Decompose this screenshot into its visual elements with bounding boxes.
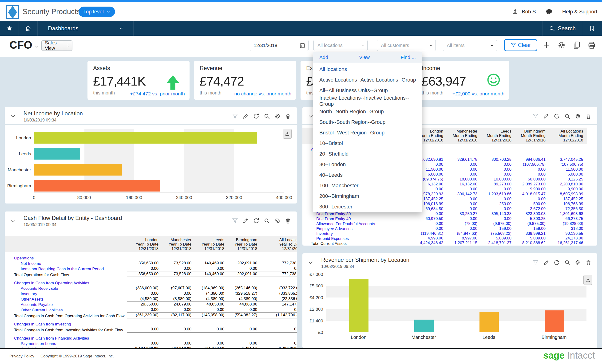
- zoom-icon[interactable]: [564, 113, 570, 119]
- filter-icon[interactable]: [532, 113, 539, 119]
- gear-icon[interactable]: [274, 218, 280, 224]
- clear-filters-button[interactable]: Clear: [504, 39, 537, 51]
- filter-icon[interactable]: [232, 218, 238, 224]
- value-cell[interactable]: 5,089.00: [513, 236, 547, 241]
- dropdown-view-link[interactable]: View: [359, 54, 370, 60]
- value-cell[interactable]: 66,273.75: [547, 216, 585, 221]
- value-cell[interactable]: 8,125.25: [547, 177, 585, 182]
- value-cell[interactable]: 339,999.21: [513, 231, 547, 236]
- row-label[interactable]: Due From Entity 40: [302, 216, 411, 221]
- dropdown-item[interactable]: 10--Bristol: [313, 138, 422, 148]
- dropdown-item[interactable]: All--All Business Units--Group: [313, 85, 422, 96]
- value-cell[interactable]: 0.00: [411, 226, 445, 231]
- row-label[interactable]: Employee Advances: [302, 226, 411, 231]
- row-label[interactable]: Accounts Receivable: [5, 286, 127, 291]
- dropdown-add-link[interactable]: Add: [319, 54, 328, 60]
- value-cell[interactable]: 89,273.00: [479, 182, 513, 187]
- value-cell[interactable]: 8,605,998.99: [547, 191, 585, 197]
- value-cell[interactable]: 0.00: [445, 187, 479, 192]
- value-cell[interactable]: 0.00: [445, 226, 479, 231]
- kpi-card-income[interactable]: Income £63,947 this month +£2,000 vs. pr…: [407, 61, 509, 100]
- bar-london[interactable]: [349, 279, 368, 332]
- gear-icon[interactable]: [575, 260, 581, 266]
- dropdown-item[interactable]: 20--Sheffield: [313, 148, 422, 159]
- trash-icon[interactable]: [285, 218, 291, 224]
- value-cell[interactable]: 4,424,346.42: [411, 240, 445, 246]
- dropdown-item[interactable]: South--South Region--Group: [313, 117, 422, 127]
- value-cell[interactable]: (78.00): [445, 221, 479, 226]
- value-cell[interactable]: 159.00: [479, 226, 513, 231]
- value-cell[interactable]: 24,173.00: [547, 236, 585, 241]
- value-cell[interactable]: 4,998.00: [411, 236, 445, 241]
- chevron-down-icon[interactable]: [35, 45, 39, 49]
- value-cell[interactable]: 250.00: [479, 201, 513, 207]
- value-cell[interactable]: 72,356.50: [547, 206, 585, 211]
- kpi-card-revenue[interactable]: Revenue £74,472 this month no change vs.…: [194, 61, 296, 100]
- dropdown-item[interactable]: 100--Manchester: [313, 180, 422, 191]
- user-name[interactable]: Bob S: [522, 9, 536, 15]
- value-cell[interactable]: 6,000.00: [547, 172, 585, 177]
- search-button[interactable]: Search: [542, 21, 582, 36]
- row-label[interactable]: Net Income: [5, 261, 127, 266]
- value-cell[interactable]: 2,418,791.27: [479, 240, 513, 246]
- value-cell[interactable]: 1,301,693.68: [547, 211, 585, 217]
- bar-manchester[interactable]: [34, 164, 122, 176]
- value-cell[interactable]: 8,997.00: [445, 236, 479, 241]
- row-label[interactable]: Other Assets: [5, 297, 127, 302]
- value-cell[interactable]: 0.00: [479, 187, 513, 192]
- chart-download-button[interactable]: [283, 129, 292, 139]
- value-cell[interactable]: 0.00: [445, 197, 479, 202]
- value-cell[interactable]: 8,210,868.62: [513, 240, 547, 246]
- entity-selector-button[interactable]: Top level: [78, 7, 115, 17]
- refresh-icon[interactable]: [253, 113, 259, 119]
- value-cell[interactable]: 50,000.00: [513, 177, 547, 182]
- value-cell[interactable]: (19,828.00): [547, 221, 585, 226]
- collapse-chevron-icon[interactable]: [10, 113, 16, 119]
- bar-manchester[interactable]: [414, 320, 434, 332]
- duplicate-icon[interactable]: [572, 41, 581, 49]
- dropdown-item[interactable]: All locations: [313, 64, 422, 74]
- row-label[interactable]: Other Current Liabilities: [5, 307, 127, 312]
- value-cell[interactable]: 9,900.00: [513, 187, 547, 192]
- value-cell[interactable]: 329,614.78: [445, 157, 479, 162]
- value-cell[interactable]: 500.00: [513, 201, 547, 207]
- value-cell[interactable]: 0.00: [445, 206, 479, 211]
- value-cell[interactable]: 0.00: [445, 167, 479, 172]
- row-label[interactable]: Accounts Payable: [5, 302, 127, 307]
- value-cell[interactable]: 60,970.50: [411, 216, 445, 221]
- value-cell[interactable]: 800,703.25: [479, 157, 513, 162]
- section-label[interactable]: Changes in Cash from Investing: [5, 322, 127, 327]
- dropdown-item[interactable]: Inactive Locations--Inactive Locations--…: [313, 96, 422, 106]
- customers-filter-select[interactable]: All customers: [377, 40, 436, 51]
- gear-icon[interactable]: [274, 113, 280, 119]
- dropdown-item[interactable]: Active Locations--Active Locations--Grou…: [313, 74, 422, 85]
- value-cell[interactable]: 18,000.00: [445, 177, 479, 182]
- locations-filter-select[interactable]: All locations: [313, 40, 367, 51]
- value-cell[interactable]: (119,446.81): [411, 231, 445, 236]
- trash-icon[interactable]: [585, 260, 592, 266]
- settings-gear-icon[interactable]: [557, 41, 566, 49]
- dashboards-menu[interactable]: Dashboards: [38, 21, 134, 36]
- value-cell[interactable]: 2,089,273.00: [513, 182, 547, 187]
- value-cell[interactable]: 9,900.00: [547, 187, 585, 192]
- value-cell[interactable]: 0.00: [479, 162, 513, 167]
- dropdown-item[interactable]: 300--Leicester: [313, 201, 422, 212]
- value-cell[interactable]: 106,768.99: [547, 201, 585, 207]
- edit-pencil-icon[interactable]: [242, 218, 249, 224]
- refresh-icon[interactable]: [253, 218, 259, 224]
- value-cell[interactable]: 2,672.00: [513, 206, 547, 211]
- row-label[interactable]: Capital Stock Issued: [5, 346, 127, 348]
- value-cell[interactable]: 159.00: [513, 226, 547, 231]
- value-cell[interactable]: 0.00: [445, 162, 479, 167]
- value-cell[interactable]: 5,089.00: [479, 236, 513, 241]
- bar-london[interactable]: [34, 132, 257, 144]
- value-cell[interactable]: 0.00: [445, 216, 479, 221]
- view-selector[interactable]: Sales View: [41, 41, 72, 51]
- value-cell[interactable]: 0.00: [513, 172, 547, 177]
- value-cell[interactable]: 83,250.27: [445, 211, 479, 217]
- value-cell[interactable]: 0.00: [445, 172, 479, 177]
- gear-icon[interactable]: [575, 113, 581, 119]
- date-input[interactable]: 12/31/2018: [250, 40, 309, 51]
- dropdown-item[interactable]: 200--Birmingham: [313, 191, 422, 201]
- items-filter-select[interactable]: All items: [443, 40, 497, 51]
